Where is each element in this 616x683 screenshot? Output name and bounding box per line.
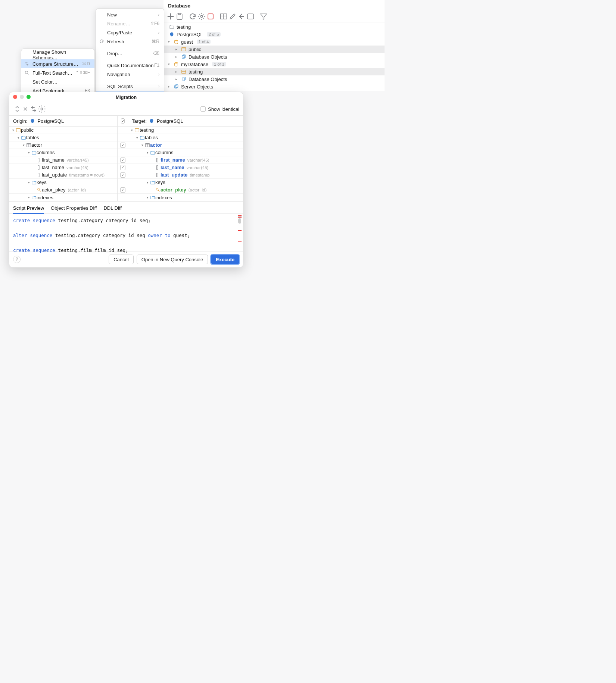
tree-node-server-objects[interactable]: ▸ Server Objects <box>164 83 385 90</box>
refresh-icon[interactable] <box>189 12 197 21</box>
script-preview-editor[interactable]: create sequence testing.category_categor… <box>9 214 243 251</box>
tree-node-testing[interactable]: testing <box>164 23 385 31</box>
filter-icon[interactable] <box>259 12 268 21</box>
expand-icon[interactable] <box>13 105 21 113</box>
edit-icon[interactable] <box>228 12 237 21</box>
tree-node-testing-schema[interactable]: ▸ testing <box>164 68 385 75</box>
cancel-button[interactable]: Cancel <box>109 255 133 264</box>
menu-shortcut: ⌘D <box>82 61 90 66</box>
tree-label: public <box>189 47 201 52</box>
chevron-right-icon[interactable]: ▸ <box>174 54 178 59</box>
chevron-down-icon[interactable]: ▾ <box>11 128 15 132</box>
collapse-icon[interactable] <box>21 105 29 113</box>
chevron-down-icon[interactable]: ▾ <box>16 135 21 140</box>
stop-icon[interactable] <box>206 12 215 21</box>
tree-node-database-objects[interactable]: ▸ Database Objects <box>164 75 385 83</box>
jump-icon[interactable] <box>237 12 246 21</box>
menu-item-quick-doc[interactable]: Quick DocumentationF1 <box>96 61 164 70</box>
menu-item-manage-schemas[interactable]: Manage Shown Schemas… <box>21 50 94 59</box>
tree-node-database-objects[interactable]: ▸ Database Objects <box>164 53 385 60</box>
target-tree[interactable]: ▾testing ▾tables ▾actor ▾columns first_n… <box>128 127 243 201</box>
menu-item-compare-structure[interactable]: Compare Structure…⌘D <box>21 59 94 68</box>
chevron-down-icon[interactable]: ▾ <box>135 135 139 140</box>
tree-node-public[interactable]: ▸ public <box>164 46 385 53</box>
chevron-down-icon[interactable]: ▾ <box>167 40 171 44</box>
tree-node-guest[interactable]: ▾ guest 1 of 4 <box>164 38 385 46</box>
menu-item-navigation[interactable]: Navigation› <box>96 70 164 79</box>
chevron-right-icon[interactable]: ▸ <box>174 47 178 52</box>
chevron-down-icon[interactable]: ▾ <box>27 180 31 185</box>
code-line <box>13 239 236 247</box>
chevron-down-icon[interactable]: ▾ <box>140 143 144 147</box>
database-tree[interactable]: testing PostgreSQL 2 of 5 ▾ guest 1 of 4… <box>164 22 385 91</box>
help-button[interactable]: ? <box>13 256 21 263</box>
row-checkbox[interactable] <box>120 187 125 193</box>
schema-icon <box>134 127 140 133</box>
chevron-down-icon[interactable]: ▾ <box>145 150 150 155</box>
view-icon[interactable] <box>246 12 255 21</box>
row-checkbox[interactable] <box>120 165 125 170</box>
row-checkbox[interactable] <box>120 172 125 178</box>
tree-node-postgresql[interactable]: PostgreSQL 2 of 5 <box>164 31 385 38</box>
menu-label: Navigation <box>107 72 130 77</box>
swap-icon[interactable] <box>29 105 38 113</box>
svg-point-10 <box>174 62 178 64</box>
chevron-down-icon[interactable]: ▾ <box>145 195 150 200</box>
menu-item-refresh[interactable]: Refresh⌘R <box>96 37 164 46</box>
svg-rect-14 <box>174 85 177 88</box>
chevron-down-icon[interactable]: ▾ <box>145 180 150 185</box>
tree-node-mydatabase[interactable]: ▾ myDatabase 1 of 3 <box>164 60 385 68</box>
menu-item-set-color[interactable]: Set Color… <box>21 77 94 86</box>
chevron-right-icon[interactable]: ▸ <box>174 69 178 74</box>
plus-icon[interactable] <box>167 12 175 21</box>
chevron-right-icon: › <box>158 13 159 17</box>
diff-header: Origin: PostgreSQL Target: PostgreSQL <box>9 115 243 127</box>
postgres-icon <box>169 32 174 37</box>
row-checkbox[interactable] <box>120 158 125 163</box>
tab-script-preview[interactable]: Script Preview <box>13 204 44 214</box>
column-type: timestamp = now() <box>69 173 105 177</box>
show-identical-checkbox[interactable] <box>200 106 206 112</box>
svg-point-17 <box>41 108 43 110</box>
chevron-down-icon[interactable]: ▾ <box>27 150 31 155</box>
traffic-lights[interactable] <box>13 95 31 99</box>
table-icon <box>144 142 150 148</box>
key-name: actor_pkey <box>42 187 66 193</box>
svg-rect-27 <box>156 165 158 169</box>
select-all-checkbox[interactable] <box>121 118 125 124</box>
chevron-down-icon[interactable]: ▾ <box>130 128 134 132</box>
close-icon[interactable] <box>13 95 17 99</box>
gear-icon[interactable] <box>197 12 206 21</box>
menu-item-fulltext-search[interactable]: Full-Text Search…⌃⇧⌘F <box>21 68 94 77</box>
svg-rect-8 <box>182 56 184 59</box>
chevron-right-icon[interactable]: ▸ <box>174 77 178 81</box>
postgres-icon <box>149 118 155 124</box>
table-icon[interactable] <box>220 12 228 21</box>
code-line: create sequence testing.category_categor… <box>13 217 236 224</box>
origin-tree[interactable]: ▾public ▾tables ▾actor ▾columns first_na… <box>9 127 118 201</box>
clipboard-icon[interactable] <box>175 12 184 21</box>
row-checkbox[interactable] <box>120 143 125 148</box>
chevron-down-icon[interactable]: ▾ <box>21 143 26 147</box>
menu-item-new[interactable]: New› <box>96 10 164 19</box>
tab-ddl-diff[interactable]: DDL Diff <box>103 204 121 213</box>
maximize-icon[interactable] <box>27 95 31 99</box>
menu-item-copy-paste[interactable]: Copy/Paste› <box>96 28 164 37</box>
chevron-down-icon[interactable]: ▾ <box>167 62 171 66</box>
count-badge: 2 of 5 <box>207 32 221 37</box>
minimize-icon <box>20 95 24 99</box>
chevron-down-icon[interactable]: ▾ <box>27 195 31 200</box>
chevron-right-icon[interactable]: ▸ <box>167 84 171 89</box>
svg-rect-26 <box>156 158 158 162</box>
execute-button[interactable]: Execute <box>211 255 239 264</box>
scrollbar-markers[interactable] <box>238 215 242 248</box>
open-console-button[interactable]: Open in New Query Console <box>137 255 208 264</box>
column-name: first_name <box>42 157 65 163</box>
menu-item-drop[interactable]: Drop…⌫ <box>96 49 164 58</box>
code-line: alter sequence testing.category_category… <box>13 232 236 239</box>
tab-object-properties-diff[interactable]: Object Properties Diff <box>51 204 97 213</box>
menu-item-sql-scripts[interactable]: SQL Scripts› <box>96 82 164 91</box>
tree-label: Database Objects <box>189 54 227 60</box>
settings-icon[interactable] <box>38 105 46 113</box>
tree-label: guest <box>181 39 193 45</box>
